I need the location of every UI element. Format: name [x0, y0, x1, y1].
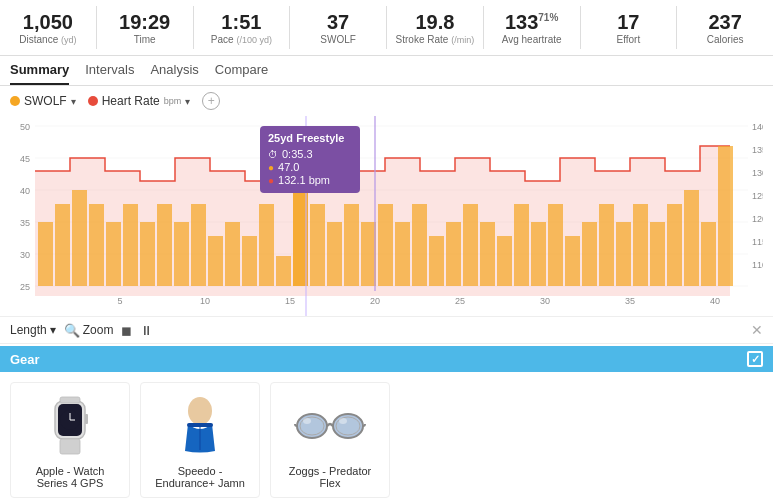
svg-rect-29 — [55, 204, 70, 286]
svg-text:30: 30 — [20, 250, 30, 260]
gear-image-goggles — [285, 391, 375, 461]
svg-rect-41 — [259, 204, 274, 286]
length-label: Length — [10, 323, 47, 337]
svg-text:40: 40 — [710, 296, 720, 306]
stat-value-time: 19:29 — [103, 10, 187, 34]
controls-bar: Length ▾ 🔍 Zoom ◼ ⏸ ✕ — [0, 316, 773, 344]
legend-add-button[interactable]: + — [202, 92, 220, 110]
gear-section: Gear ✓ — [0, 346, 773, 500]
stat-time: 19:29Time — [97, 6, 194, 49]
svg-rect-52 — [446, 222, 461, 286]
svg-rect-37 — [191, 204, 206, 286]
svg-rect-38 — [208, 236, 223, 286]
svg-point-85 — [303, 418, 311, 424]
svg-rect-54 — [480, 222, 495, 286]
svg-rect-46 — [344, 204, 359, 286]
svg-rect-53 — [463, 204, 478, 286]
legend-arrow-heart-rate: ▾ — [185, 96, 190, 107]
stats-bar: 1,050Distance (yd)19:29Time1:51Pace (/10… — [0, 0, 773, 56]
pause-icon: ⏸ — [140, 323, 153, 338]
gear-header: Gear ✓ — [0, 346, 773, 372]
svg-rect-28 — [38, 222, 53, 286]
gear-item-watch[interactable]: Apple - Watch Series 4 GPS — [10, 382, 130, 498]
stat-label-effort: Effort — [587, 34, 671, 45]
gear-title: Gear — [10, 352, 40, 367]
svg-rect-68 — [718, 146, 733, 286]
stat-label-time: Time — [103, 34, 187, 45]
gear-image-swimwear — [155, 391, 245, 461]
svg-rect-30 — [72, 190, 87, 286]
legend-label-heart-rate: Heart Rate — [102, 94, 160, 108]
svg-text:125: 125 — [752, 191, 763, 201]
legend-dot-swolf — [10, 96, 20, 106]
svg-rect-55 — [497, 236, 512, 286]
svg-text:5: 5 — [117, 296, 122, 306]
nav-tab-compare[interactable]: Compare — [215, 62, 268, 85]
svg-rect-50 — [412, 204, 427, 286]
stat-value-calories: 237 — [683, 10, 767, 34]
close-button[interactable]: ✕ — [751, 322, 763, 338]
svg-point-86 — [339, 418, 347, 424]
svg-text:35: 35 — [625, 296, 635, 306]
stat-distance: 1,050Distance (yd) — [0, 6, 97, 49]
nav-tabs: SummaryIntervalsAnalysisCompare — [0, 56, 773, 86]
legend-item-heart-rate[interactable]: Heart Ratebpm ▾ — [88, 94, 191, 108]
stat-effort: 17Effort — [581, 6, 678, 49]
stat-avg-heartrate: 13371%Avg heartrate — [484, 6, 581, 49]
chart-svg: 50 45 40 35 30 25 140 135 130 125 120 11… — [10, 116, 763, 316]
legend-dot-heart-rate — [88, 96, 98, 106]
stat-label-distance: Distance (yd) — [6, 34, 90, 45]
stat-value-distance: 1,050 — [6, 10, 90, 34]
controls-right: ✕ — [751, 322, 763, 338]
svg-rect-57 — [531, 222, 546, 286]
zoom-label: Zoom — [83, 323, 114, 337]
svg-rect-40 — [242, 236, 257, 286]
svg-text:35: 35 — [20, 218, 30, 228]
gear-items: Apple - Watch Series 4 GPS Speedo - Endu… — [0, 372, 773, 500]
stat-value-pace: 1:51 — [200, 10, 284, 34]
gear-item-goggles[interactable]: Zoggs - Predator Flex — [270, 382, 390, 498]
svg-rect-67 — [701, 222, 716, 286]
svg-text:130: 130 — [752, 168, 763, 178]
gear-item-swimwear[interactable]: Speedo - Endurance+ Jamn — [140, 382, 260, 498]
stat-value-swolf: 37 — [296, 10, 380, 34]
svg-text:25: 25 — [455, 296, 465, 306]
chart-highlight-line — [305, 116, 307, 316]
svg-text:50: 50 — [20, 122, 30, 132]
svg-rect-51 — [429, 236, 444, 286]
svg-rect-32 — [106, 222, 121, 286]
gear-checkbox[interactable]: ✓ — [747, 351, 763, 367]
svg-rect-48 — [378, 204, 393, 286]
svg-text:135: 135 — [752, 145, 763, 155]
chart-area: 25yd Freestyle ⏱ 0:35.3 ● 47.0 ● 132.1 b… — [10, 116, 763, 316]
nav-tab-intervals[interactable]: Intervals — [85, 62, 134, 85]
stop-icon: ◼ — [121, 323, 132, 338]
svg-text:20: 20 — [370, 296, 380, 306]
svg-rect-62 — [616, 222, 631, 286]
svg-rect-45 — [327, 222, 342, 286]
stop-button[interactable]: ◼ — [121, 323, 132, 338]
svg-text:10: 10 — [200, 296, 210, 306]
legend-item-swolf[interactable]: SWOLF ▾ — [10, 94, 76, 108]
nav-tab-analysis[interactable]: Analysis — [150, 62, 198, 85]
stat-label-avg-heartrate: Avg heartrate — [490, 34, 574, 45]
legend-row: SWOLF ▾Heart Ratebpm ▾+ — [0, 86, 773, 116]
gear-name-goggles: Zoggs - Predator Flex — [279, 465, 381, 489]
svg-text:30: 30 — [540, 296, 550, 306]
legend-label-swolf: SWOLF — [24, 94, 67, 108]
stat-value-effort: 17 — [587, 10, 671, 34]
svg-rect-58 — [548, 204, 563, 286]
nav-tab-summary[interactable]: Summary — [10, 62, 69, 85]
svg-rect-75 — [60, 397, 80, 403]
legend-arrow-swolf: ▾ — [71, 96, 76, 107]
svg-rect-64 — [650, 222, 665, 286]
stat-value-stroke-rate: 19.8 — [393, 10, 477, 34]
stat-label-swolf: SWOLF — [296, 34, 380, 45]
length-dropdown[interactable]: Length ▾ — [10, 323, 56, 337]
stat-label-calories: Calories — [683, 34, 767, 45]
pause-button[interactable]: ⏸ — [140, 323, 153, 338]
svg-rect-56 — [514, 204, 529, 286]
svg-rect-80 — [187, 423, 213, 427]
zoom-button[interactable]: 🔍 Zoom — [64, 323, 114, 338]
svg-rect-39 — [225, 222, 240, 286]
